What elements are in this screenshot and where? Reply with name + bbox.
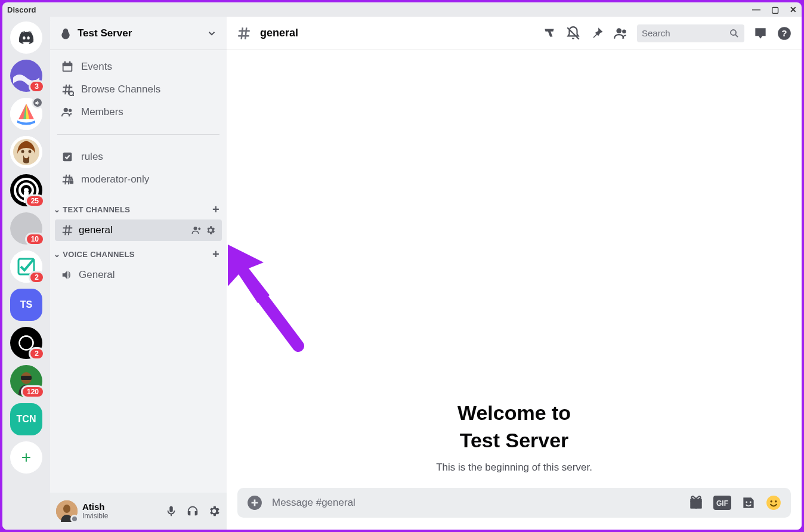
svg-text:?: ? — [781, 28, 787, 38]
nav-label: rules — [81, 151, 103, 163]
svg-point-4 — [21, 150, 24, 153]
guild-item[interactable]: 3 — [10, 60, 42, 92]
status-invisible-icon — [70, 515, 79, 523]
svg-rect-18 — [63, 63, 73, 66]
category-header[interactable]: ⌄TEXT CHANNELS+ — [50, 197, 227, 219]
notification-badge: 2 — [29, 347, 45, 360]
nav-label: moderator-only — [81, 174, 149, 185]
chevron-down-icon: ⌄ — [54, 250, 60, 259]
window-close[interactable]: ✕ — [790, 5, 797, 14]
server-home-icon — [60, 27, 72, 39]
guild-add[interactable]: + — [10, 441, 42, 474]
svg-point-31 — [616, 28, 621, 33]
channel-general[interactable]: general — [55, 219, 222, 241]
guild-rail: 325102TS2120TCN+ — [2, 17, 50, 530]
welcome-block: Welcome toTest Server This is the beginn… — [436, 400, 592, 474]
user-avatar[interactable] — [56, 500, 78, 522]
category-header[interactable]: ⌄VOICE CHANNELS+ — [50, 242, 227, 264]
nav-rules[interactable]: rules — [55, 146, 222, 168]
window-maximize[interactable]: ▢ — [771, 5, 779, 14]
svg-point-24 — [69, 109, 72, 113]
nav-events[interactable]: Events — [55, 55, 222, 78]
mic-icon[interactable] — [165, 505, 178, 518]
nav-members[interactable]: Members — [55, 101, 222, 123]
svg-point-45 — [775, 500, 777, 502]
add-channel-icon[interactable]: + — [212, 203, 219, 216]
notification-badge: 10 — [25, 233, 45, 246]
svg-point-41 — [746, 502, 747, 503]
message-composer[interactable]: Message #general GIF — [237, 488, 791, 518]
hashlock-icon — [61, 173, 74, 186]
channel-name: general — [260, 27, 298, 39]
divider — [57, 134, 219, 135]
guild-item[interactable]: TS — [10, 289, 42, 321]
channel-label: general — [79, 224, 113, 236]
gif-icon[interactable]: GIF — [713, 495, 731, 511]
guild-item[interactable] — [10, 136, 42, 168]
rules-icon — [61, 150, 74, 163]
events-icon — [61, 60, 74, 73]
members-icon[interactable] — [613, 26, 629, 41]
channel-general[interactable]: General — [55, 264, 222, 286]
server-header[interactable]: Test Server — [50, 17, 227, 50]
headphones-icon[interactable] — [186, 505, 199, 518]
guild-item[interactable]: 120 — [10, 365, 42, 397]
app-name: Discord — [7, 5, 36, 14]
composer-placeholder: Message #general — [272, 497, 679, 509]
muted-icon — [32, 97, 44, 109]
nav-label: Browse Channels — [81, 83, 160, 95]
svg-point-32 — [622, 29, 626, 33]
svg-point-27 — [194, 227, 197, 230]
notification-badge: 25 — [25, 194, 45, 208]
gift-icon[interactable] — [688, 495, 704, 511]
svg-point-33 — [731, 30, 736, 35]
settings-gear-icon[interactable] — [208, 505, 221, 518]
nav-hashlock[interactable]: moderator-only — [55, 168, 222, 191]
category-name: VOICE CHANNELS — [63, 250, 135, 259]
user-status: Invisible — [82, 512, 160, 520]
invite-icon[interactable] — [191, 225, 202, 236]
hash-icon — [61, 224, 74, 237]
guild-item[interactable]: 25 — [10, 174, 42, 206]
svg-point-23 — [64, 108, 68, 112]
nav-browse[interactable]: Browse Channels — [55, 78, 222, 101]
titlebar: Discord — ▢ ✕ — [2, 2, 802, 17]
emoji-icon[interactable] — [766, 495, 781, 511]
svg-rect-16 — [21, 376, 32, 380]
guild-item[interactable]: 10 — [10, 212, 42, 245]
notifications-muted-icon[interactable] — [565, 26, 581, 41]
help-icon[interactable]: ? — [777, 26, 792, 41]
guild-home[interactable] — [10, 21, 42, 54]
nav-label: Events — [81, 61, 112, 73]
guild-item[interactable]: 2 — [10, 250, 42, 283]
guild-item[interactable]: 2 — [10, 327, 42, 359]
add-channel-icon[interactable]: + — [212, 248, 219, 261]
speaker-icon — [61, 268, 74, 282]
guild-item[interactable]: TCN — [10, 403, 42, 435]
guild-item[interactable] — [10, 98, 42, 130]
channel-settings-icon[interactable] — [205, 225, 216, 236]
svg-rect-19 — [64, 61, 66, 64]
search-placeholder: Search — [642, 28, 729, 38]
svg-rect-26 — [70, 181, 73, 184]
sticker-icon[interactable] — [741, 495, 756, 511]
threads-icon[interactable] — [542, 26, 557, 41]
inbox-icon[interactable] — [753, 26, 768, 41]
channel-topbar: general Search ? — [227, 17, 802, 50]
svg-rect-20 — [69, 61, 71, 64]
window-minimize[interactable]: — — [752, 5, 760, 14]
category-name: TEXT CHANNELS — [63, 205, 130, 214]
chat-content: Welcome toTest Server This is the beginn… — [227, 50, 802, 488]
welcome-line2: Test Server — [460, 429, 569, 451]
attach-icon[interactable] — [247, 495, 262, 511]
search-input[interactable]: Search — [637, 24, 744, 42]
nav-label: Members — [81, 106, 123, 118]
user-name: Atish — [82, 502, 160, 512]
chevron-down-icon: ⌄ — [54, 205, 60, 214]
browse-icon — [61, 83, 74, 96]
svg-point-43 — [766, 496, 781, 510]
pinned-icon[interactable] — [589, 26, 605, 41]
svg-rect-21 — [64, 66, 72, 70]
svg-point-42 — [750, 502, 752, 503]
svg-point-44 — [770, 500, 772, 502]
